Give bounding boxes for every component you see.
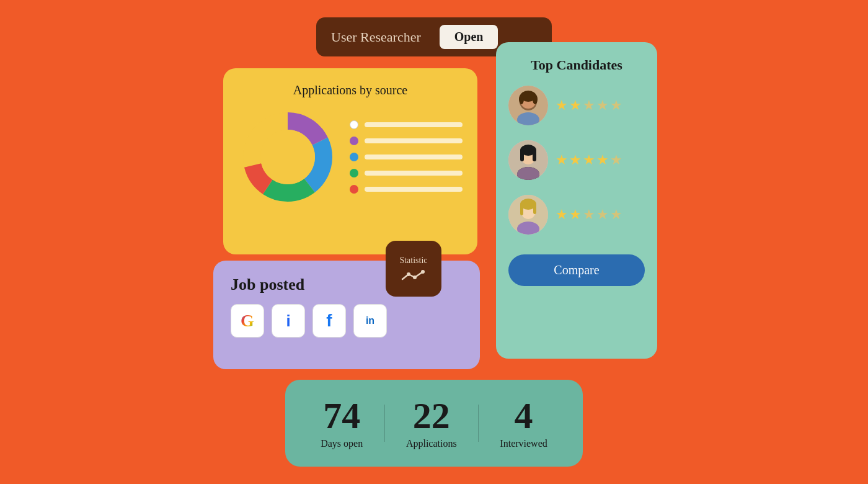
legend-item xyxy=(350,137,463,145)
statistic-chart-icon xyxy=(401,269,426,282)
legend-dot-facebook xyxy=(350,169,358,177)
linkedin-icon[interactable]: in xyxy=(353,304,387,338)
days-open-number: 74 xyxy=(321,397,363,434)
legend-dot-direct xyxy=(350,120,358,129)
applications-stat: 22 Applications xyxy=(406,397,457,449)
candidate-2-stars: ★ ★ ★ ★ ★ xyxy=(556,152,622,168)
applications-number: 22 xyxy=(406,397,457,434)
candidate-avatar-2 xyxy=(508,140,548,180)
facebook-icon[interactable]: f xyxy=(312,304,346,338)
svg-rect-23 xyxy=(520,203,523,215)
legend-line xyxy=(365,138,463,143)
interviewed-label: Interviewed xyxy=(500,438,547,449)
svg-point-10 xyxy=(519,94,524,104)
applications-card: Applications by source xyxy=(223,68,477,254)
candidate-avatar-1 xyxy=(508,86,548,125)
candidate-avatar-3 xyxy=(508,195,548,235)
svg-rect-24 xyxy=(533,203,536,214)
legend-item xyxy=(350,169,463,177)
legend-line xyxy=(365,171,463,176)
legend-line xyxy=(365,122,463,127)
donut-chart xyxy=(238,107,337,207)
legend-dot-indeed xyxy=(350,137,358,145)
svg-point-5 xyxy=(260,130,315,184)
statistic-label: Statistic xyxy=(399,256,427,266)
applications-label: Applications xyxy=(406,438,457,449)
stat-divider-1 xyxy=(384,405,385,442)
candidate-1-stars: ★ ★ ★ ★ ★ xyxy=(556,97,622,114)
applications-card-title: Applications by source xyxy=(238,83,463,97)
legend-dot-linkedin xyxy=(350,153,358,161)
interviewed-number: 4 xyxy=(500,397,547,434)
indeed-icon[interactable]: i xyxy=(272,304,305,338)
statistic-button[interactable]: Statistic xyxy=(386,241,441,297)
candidate-3-stars: ★ ★ ★ ★ ★ xyxy=(556,207,622,223)
chart-legend xyxy=(350,120,463,194)
legend-line xyxy=(365,187,463,192)
legend-item xyxy=(350,185,463,194)
svg-point-31 xyxy=(421,270,425,274)
candidate-row: ★ ★ ★ ★ ★ xyxy=(508,195,645,235)
candidate-row: ★ ★ ★ ★ ★ xyxy=(508,140,645,180)
legend-item xyxy=(350,120,463,129)
stats-bottom-card: 74 Days open 22 Applications 4 Interview… xyxy=(285,380,583,467)
days-open-stat: 74 Days open xyxy=(321,397,363,449)
svg-rect-18 xyxy=(533,149,536,161)
compare-button[interactable]: Compare xyxy=(508,254,645,286)
candidate-row: ★ ★ ★ ★ ★ xyxy=(508,86,645,125)
legend-line xyxy=(365,155,463,159)
interviewed-stat: 4 Interviewed xyxy=(500,397,547,449)
days-open-label: Days open xyxy=(321,438,363,449)
google-icon[interactable]: G xyxy=(231,304,264,338)
legend-item xyxy=(350,153,463,161)
chart-area xyxy=(238,107,463,207)
svg-rect-17 xyxy=(520,149,524,161)
svg-point-11 xyxy=(533,94,538,104)
candidates-card: Top Candidates ★ ★ ★ ★ ★ xyxy=(496,42,657,359)
status-badge: Open xyxy=(440,25,498,49)
candidates-title: Top Candidates xyxy=(508,57,645,73)
stat-divider-2 xyxy=(478,405,479,442)
platform-icons: G i f in xyxy=(231,304,463,338)
job-title: User Researcher xyxy=(331,29,421,45)
legend-dot-google xyxy=(350,185,358,194)
